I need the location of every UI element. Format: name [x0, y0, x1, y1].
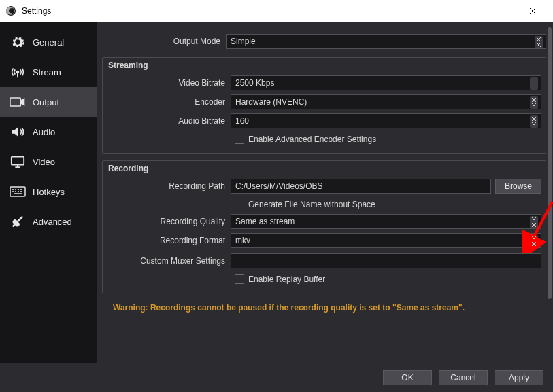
tools-icon	[10, 213, 26, 230]
keyboard-icon	[10, 183, 26, 200]
recording-quality-dropdown[interactable]: Same as stream	[231, 214, 541, 229]
sidebar-item-output[interactable]: Output	[0, 87, 97, 117]
sidebar-item-label: Video	[33, 157, 55, 167]
gen-filename-label: Generate File Name without Space	[248, 200, 375, 209]
ok-button[interactable]: OK	[383, 370, 432, 385]
muxer-input[interactable]	[231, 253, 541, 268]
audio-bitrate-dropdown[interactable]: 160	[231, 113, 541, 128]
replay-buffer-row[interactable]: Enable Replay Buffer	[235, 271, 541, 287]
output-mode-row: Output Mode Simple	[102, 33, 546, 50]
close-button[interactable]	[518, 0, 548, 22]
recording-path-input[interactable]: C:/Users/M/Videos/OBS	[231, 179, 491, 194]
recording-group: Recording Recording Path C:/Users/M/Vide…	[102, 160, 546, 293]
encoder-label: Encoder	[107, 97, 231, 107]
apply-button[interactable]: Apply	[495, 370, 543, 385]
advanced-encoder-checkbox[interactable]	[235, 135, 244, 144]
muxer-label: Custom Muxer Settings	[107, 256, 231, 266]
recording-quality-label: Recording Quality	[107, 217, 231, 226]
sidebar-item-video[interactable]: Video	[0, 147, 97, 177]
speaker-icon	[10, 124, 26, 140]
streaming-group: Streaming Video Bitrate 2500 Kbps Encode…	[102, 57, 546, 154]
sidebar: General Stream Output	[0, 22, 97, 363]
advanced-encoder-label: Enable Advanced Encoder Settings	[248, 135, 376, 144]
recording-format-dropdown[interactable]: mkv	[231, 233, 541, 248]
titlebar: Settings	[0, 0, 553, 22]
sidebar-item-label: General	[33, 37, 64, 48]
output-icon	[10, 94, 26, 110]
sidebar-item-label: Audio	[33, 127, 55, 137]
encoder-dropdown[interactable]: Hardware (NVENC)	[231, 94, 541, 109]
video-bitrate-input[interactable]: 2500 Kbps	[231, 75, 541, 90]
sidebar-item-hotkeys[interactable]: Hotkeys	[0, 177, 97, 207]
gear-icon	[10, 34, 26, 50]
monitor-icon	[10, 154, 26, 170]
replay-buffer-checkbox[interactable]	[235, 274, 244, 284]
cancel-button[interactable]: Cancel	[439, 370, 488, 385]
recording-title: Recording	[108, 164, 541, 173]
replay-buffer-label: Enable Replay Buffer	[248, 274, 325, 284]
recording-path-label: Recording Path	[107, 181, 231, 191]
video-bitrate-label: Video Bitrate	[107, 78, 231, 88]
sidebar-item-general[interactable]: General	[0, 27, 97, 57]
streaming-title: Streaming	[108, 60, 541, 70]
browse-button[interactable]: Browse	[495, 179, 541, 194]
gen-filename-row[interactable]: Generate File Name without Space	[235, 196, 541, 213]
audio-bitrate-label: Audio Bitrate	[107, 116, 231, 126]
sidebar-item-audio[interactable]: Audio	[0, 117, 97, 147]
obs-icon	[5, 5, 16, 16]
footer: OK Cancel Apply	[0, 363, 553, 392]
sidebar-item-label: Advanced	[33, 217, 72, 227]
output-mode-value: Simple	[231, 37, 256, 46]
sidebar-item-label: Output	[33, 97, 59, 107]
warning-text: Warning: Recordings cannot be paused if …	[113, 303, 546, 313]
svg-rect-3	[10, 98, 20, 106]
scrollbar[interactable]	[548, 27, 552, 299]
settings-window: Settings General Stream	[0, 0, 553, 392]
antenna-icon	[10, 64, 26, 80]
sidebar-item-label: Hotkeys	[33, 187, 65, 197]
output-mode-dropdown[interactable]: Simple	[226, 34, 546, 49]
client-area: General Stream Output	[0, 22, 553, 392]
sidebar-item-stream[interactable]: Stream	[0, 57, 97, 87]
sidebar-item-advanced[interactable]: Advanced	[0, 207, 97, 236]
gen-filename-checkbox[interactable]	[235, 200, 244, 209]
output-mode-label: Output Mode	[102, 37, 226, 46]
content: Output Mode Simple Streaming Video Bitra…	[97, 22, 553, 363]
advanced-encoder-row[interactable]: Enable Advanced Encoder Settings	[235, 131, 541, 147]
window-title: Settings	[22, 6, 51, 16]
sidebar-item-label: Stream	[33, 67, 61, 77]
svg-rect-4	[12, 157, 24, 165]
body: General Stream Output	[0, 22, 553, 363]
recording-format-label: Recording Format	[107, 236, 231, 245]
